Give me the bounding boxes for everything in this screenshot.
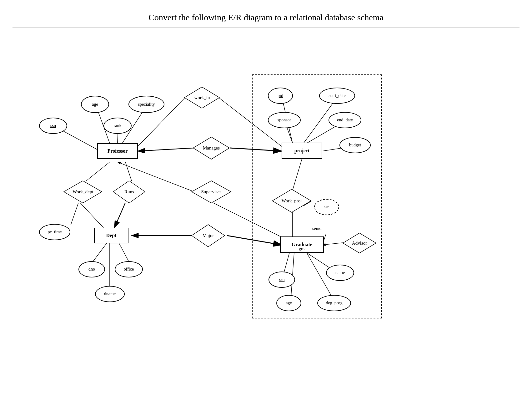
entity-project: project: [282, 143, 322, 159]
label-senior: senior: [312, 226, 323, 231]
rel-workin: work_in: [184, 86, 220, 109]
attr-dno: dno: [78, 261, 105, 277]
page-title: Convert the following E/R diagram to a r…: [13, 6, 519, 28]
svg-line-17: [93, 243, 107, 262]
attr-pid: pid: [268, 88, 293, 104]
rel-workproj: Work_proj: [272, 189, 312, 213]
attr-office: office: [115, 261, 143, 277]
rel-runs: Runs: [113, 180, 146, 204]
attr-sponsor: sponsor: [268, 112, 301, 128]
attr-ssn3: ssn: [269, 272, 295, 288]
rel-advisor: Advisor: [342, 232, 377, 254]
attr-ssn2: ssn: [314, 199, 339, 215]
attr-deg-prog: deg_prog: [317, 295, 351, 311]
attr-pc-time: pc_time: [39, 224, 70, 240]
svg-line-13: [125, 162, 132, 181]
attr-start-date: start_date: [319, 88, 355, 104]
attr-age2: age: [276, 295, 301, 311]
attr-budget: budget: [339, 137, 371, 153]
rel-workdept: Work_dept: [63, 180, 103, 204]
svg-line-18: [119, 243, 129, 262]
svg-line-14: [114, 203, 125, 228]
diagram-area: Professor Dept project Graduate age spec…: [13, 31, 519, 375]
rel-manages: Manages: [193, 136, 230, 160]
svg-line-6: [138, 148, 194, 151]
rel-supervises: Supervises: [191, 180, 232, 204]
svg-line-12: [71, 203, 78, 225]
svg-line-11: [80, 203, 103, 228]
attr-name: name: [326, 265, 354, 281]
page-container: Convert the following E/R diagram to a r…: [0, 0, 532, 396]
label-grad: grad: [299, 246, 307, 251]
rel-major: Major: [191, 224, 225, 247]
attr-ssn: ssn: [39, 118, 67, 134]
entity-professor: Professor: [97, 143, 138, 159]
svg-line-10: [86, 162, 110, 181]
attr-dname: dname: [95, 286, 125, 302]
attr-rank: rank: [103, 118, 132, 134]
attr-end-date: end_date: [329, 112, 361, 128]
attr-age: age: [81, 96, 109, 113]
attr-speciality: speciality: [128, 96, 164, 113]
entity-dept: Dept: [94, 228, 128, 243]
